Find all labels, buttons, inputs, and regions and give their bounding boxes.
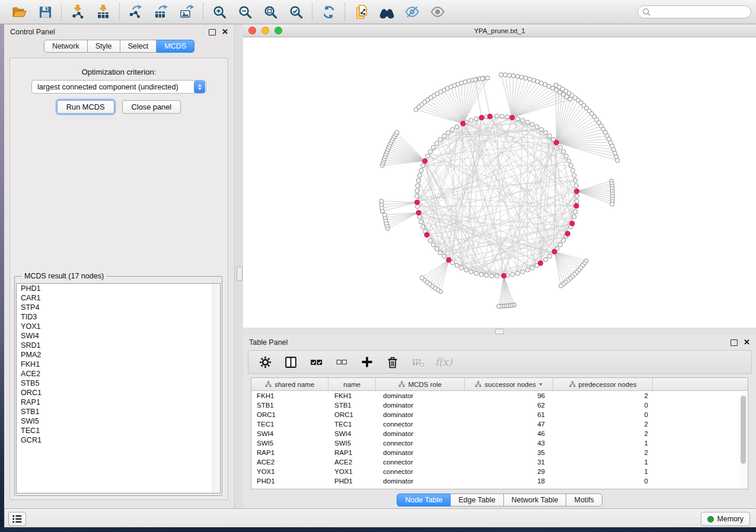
column-header-successor-nodes[interactable]: successor nodes — [465, 378, 553, 390]
hide-selected-eye-button[interactable] — [404, 4, 420, 20]
mcds-result-item[interactable]: SWI4 — [17, 331, 220, 341]
tab-select[interactable]: Select — [120, 40, 157, 53]
table-row[interactable]: ACE2ACE2connector311 — [251, 457, 748, 467]
table-scrollbar-thumb[interactable] — [741, 396, 746, 464]
desktop-background-bottom — [0, 527, 756, 532]
delete-row-button[interactable] — [385, 355, 400, 369]
cell-shared_name: FKH1 — [251, 392, 328, 399]
task-history-button[interactable] — [8, 512, 26, 526]
mcds-result-item[interactable]: STB5 — [17, 379, 220, 388]
column-header-name[interactable]: name — [328, 378, 376, 390]
close-panel-icon[interactable]: ✕ — [222, 29, 228, 35]
delete-table-button — [411, 355, 425, 369]
criterion-dropdown[interactable]: largest connected component (undirected) — [31, 80, 206, 94]
save-button[interactable] — [37, 4, 53, 20]
cell-shared_name: ACE2 — [251, 459, 328, 466]
mcds-result-list[interactable]: PHD1CAR1STP4TID3YOX1SWI4SRD1PMA2FKH1ACE2… — [16, 283, 221, 493]
table-row[interactable]: YOX1YOX1connector291 — [251, 467, 748, 476]
table-row[interactable]: RAP1RAP1dominator352 — [251, 448, 748, 457]
binoculars-icon — [379, 4, 395, 20]
show-columns-button[interactable] — [283, 355, 298, 369]
mcds-result-item[interactable]: STB1 — [17, 407, 220, 416]
list-icon — [11, 513, 23, 525]
table-toolbar: f(x) — [248, 350, 752, 374]
table-row[interactable]: SWI4SWI4dominator462 — [251, 429, 748, 438]
table-row[interactable]: ORC1ORC1dominator610 — [251, 410, 748, 419]
import-table-button[interactable] — [95, 4, 111, 20]
mcds-result-item[interactable]: SRD1 — [17, 341, 220, 350]
run-mcds-button[interactable]: Run MCDS — [57, 100, 114, 114]
mcds-result-item[interactable]: ORC1 — [17, 388, 220, 398]
table-row[interactable]: PHD1PHD1dominator180 — [251, 476, 748, 486]
deselect-all-button[interactable] — [334, 355, 349, 369]
float-table-panel-icon[interactable] — [731, 339, 738, 346]
mcds-list-scrollbar[interactable] — [212, 284, 219, 492]
mcds-result-item[interactable]: TID3 — [17, 312, 220, 322]
cell-successor_nodes: 62 — [465, 402, 553, 409]
column-label: MCDS role — [408, 381, 441, 388]
memory-button[interactable]: Memory — [701, 512, 750, 526]
table-panel: Table Panel ✕ f(x) shared namenameMCDS r… — [243, 335, 756, 508]
mcds-result-item[interactable]: CAR1 — [17, 293, 220, 303]
mcds-result-item[interactable]: FKH1 — [17, 360, 220, 369]
mcds-result-item[interactable]: RAP1 — [17, 398, 220, 407]
mcds-result-item[interactable]: SWI5 — [17, 416, 220, 426]
refresh-button[interactable] — [320, 4, 337, 20]
select-all-button[interactable] — [309, 355, 323, 369]
import-network-button[interactable] — [69, 4, 86, 20]
zoom-in-button[interactable] — [211, 4, 228, 20]
vertical-splitter[interactable] — [235, 24, 244, 508]
network-window-title: YPA_prune.txt_1 — [243, 27, 756, 34]
table-scrollbar[interactable] — [739, 392, 747, 487]
tab-network-table[interactable]: Network Table — [504, 493, 567, 507]
tab-style[interactable]: Style — [88, 40, 120, 53]
table-row[interactable]: STB1STB1dominator620 — [251, 400, 748, 410]
horizontal-splitter-handle[interactable] — [495, 329, 504, 334]
zoom-out-button[interactable] — [237, 4, 253, 20]
column-header-predecessor-nodes[interactable]: predecessor nodes — [553, 378, 653, 390]
column-type-icon — [398, 381, 405, 387]
tab-node-table[interactable]: Node Table — [397, 493, 451, 507]
network-window-titlebar: YPA_prune.txt_1 — [243, 24, 756, 37]
float-window-icon[interactable] — [209, 29, 216, 36]
tab-motifs[interactable]: Motifs — [566, 493, 602, 507]
mcds-result-item[interactable]: ACE2 — [17, 369, 220, 379]
cell-mcds_role: connector — [376, 459, 465, 466]
cell-name: PHD1 — [328, 477, 376, 485]
table-row[interactable]: TEC1TEC1connector472 — [251, 419, 748, 429]
settings-gear-button[interactable] — [258, 355, 272, 369]
mcds-result-item[interactable]: PMA2 — [17, 350, 220, 360]
show-columns-icon — [284, 355, 298, 369]
tab-mcds[interactable]: MCDS — [157, 40, 194, 53]
column-header-MCDS-role[interactable]: MCDS role — [376, 378, 465, 390]
search-input[interactable] — [654, 7, 751, 17]
add-row-button[interactable] — [360, 355, 374, 369]
show-selected-eye-button[interactable] — [429, 4, 446, 20]
open-folder-button[interactable] — [11, 4, 28, 20]
tab-network[interactable]: Network — [44, 40, 88, 53]
zoom-selected-icon — [289, 5, 304, 20]
export-table-button[interactable] — [153, 4, 170, 20]
export-network-button[interactable] — [127, 4, 144, 20]
document-network-button[interactable] — [353, 4, 369, 20]
binoculars-button[interactable] — [378, 4, 395, 20]
close-panel-button[interactable]: Close panel — [122, 100, 181, 114]
column-header-shared-name[interactable]: shared name — [251, 378, 328, 390]
search-box — [637, 5, 751, 18]
column-label: successor nodes — [484, 381, 535, 388]
horizontal-splitter[interactable] — [243, 328, 756, 335]
tab-edge-table[interactable]: Edge Table — [451, 493, 503, 507]
export-image-button[interactable] — [178, 4, 195, 20]
table-row[interactable]: SWI5SWI5connector431 — [251, 438, 748, 448]
mcds-result-item[interactable]: GCR1 — [17, 435, 220, 445]
network-graph-canvas[interactable] — [243, 37, 756, 328]
zoom-fit-button[interactable] — [262, 4, 279, 20]
mcds-result-item[interactable]: STP4 — [17, 303, 220, 312]
zoom-selected-button[interactable] — [288, 4, 304, 20]
table-row[interactable]: FKH1FKH1dominator962 — [251, 391, 748, 400]
mcds-result-item[interactable]: YOX1 — [17, 322, 220, 331]
mcds-result-item[interactable]: TEC1 — [17, 426, 220, 435]
close-table-panel-icon[interactable]: ✕ — [744, 339, 750, 345]
mcds-result-item[interactable]: PHD1 — [17, 284, 220, 293]
vertical-splitter-handle[interactable] — [237, 267, 243, 281]
